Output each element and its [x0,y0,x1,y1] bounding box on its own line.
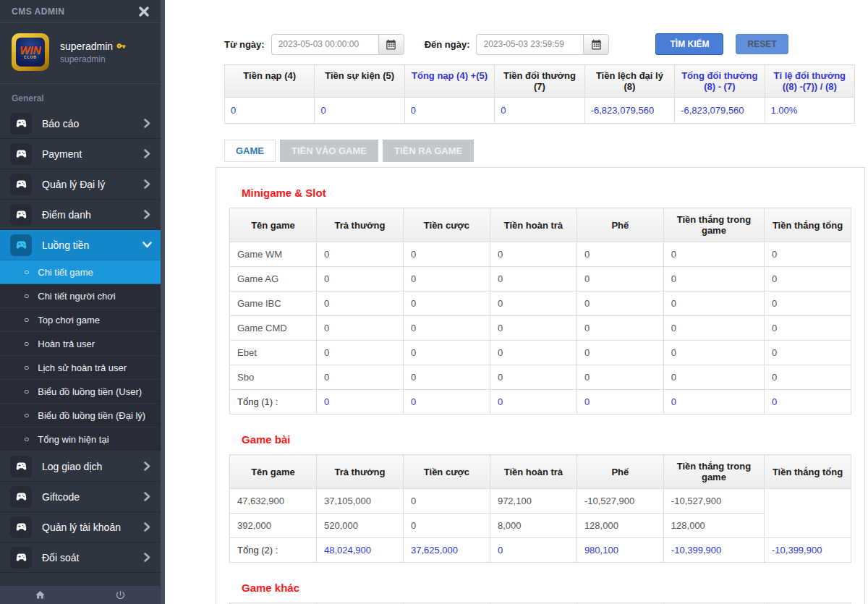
table-cell [765,489,851,538]
summary-value-cell: 0 [404,98,494,124]
submenu-item-label: Biểu đồ luồng tiền (User) [38,386,142,397]
table-header-cell: Tên game [230,208,317,242]
total-value-cell: 0 [490,390,576,414]
summary-value-cell: -6,823,079,560 [675,98,765,124]
sidebar-item-quan-ly-dai-ly[interactable]: Quản lý Đại lý [0,169,161,200]
table-cell: 0 [316,242,403,267]
table-cell: 128,000 [663,514,764,538]
section-title: Game khác [242,582,851,594]
sidebar-item-doi-soat[interactable]: Đối soát [0,543,161,573]
summary-value-cell: 0 [225,98,315,124]
total-value-cell: 0 [316,390,403,414]
table-cell: 0 [576,292,663,316]
sidebar-item-label: Payment [42,148,82,160]
table-cell: 520,000 [316,514,403,538]
total-value-cell: 0 [403,390,490,414]
to-calendar-button[interactable] [583,34,609,55]
section-label: General [0,83,161,109]
table-cell: 0 [576,365,663,390]
power-button[interactable] [80,590,161,600]
sidebar-item-luong-tien[interactable]: Luồng tiền [0,230,161,260]
total-value-cell: 980,100 [576,538,663,563]
total-row: Tổng (2) :48,024,90037,625,0000980,100-1… [230,538,851,563]
table-cell: 0 [663,316,764,341]
user-role: superadmin [60,54,126,64]
table-cell: 0 [403,242,490,267]
total-value-cell: 0 [490,538,576,563]
circle-icon: ○ [24,315,29,324]
tab-tien-vao-game[interactable]: TIỀN VÀO GAME [280,140,378,162]
to-date-input[interactable] [476,34,583,55]
search-button[interactable]: TÌM KIẾM [655,33,723,55]
game-section-1: Minigame & SlotTên gameTrả thưởngTiền cư… [229,187,851,414]
from-calendar-button[interactable] [378,34,404,55]
table-cell: 0 [403,514,490,538]
submenu-item-label: Lịch sử hoàn trả user [38,362,127,373]
submenu-item-label: Top chơi game [38,315,100,326]
table-cell: 0 [663,292,764,316]
summary-value-cell: 0 [495,98,584,124]
table-header-cell: Phế [576,455,663,489]
avatar-logo: WIN CLUB [16,38,45,67]
total-value-cell: 48,024,900 [316,538,403,563]
tab-game[interactable]: GAME [224,140,276,162]
reset-button[interactable]: RESET [736,34,788,54]
table-cell: 0 [403,316,490,341]
table-cell: 0 [490,365,576,390]
sidebar-item-log-giao-dich[interactable]: Log giao dịch [0,451,161,482]
avatar-text: WIN [20,45,41,55]
submenu-item-top-choi-game[interactable]: ○Top chơi game [0,308,161,332]
submenu-item-chi-tiet-nguoi-choi[interactable]: ○Chi tiết người chơi [0,284,161,308]
submenu-item-tong-win-hien-tai[interactable]: ○Tổng win hiện tại [0,428,161,451]
table-header-cell: Tiền thắng trong game [663,208,764,242]
table-row: Sbo000000 [230,365,851,390]
table-row: Game AG000000 [230,267,851,292]
summary-values-row: 0000-6,823,079,560-6,823,079,5601.00% [225,98,855,124]
gamepad-icon [10,516,32,538]
sidebar-item-payment[interactable]: Payment [0,139,161,169]
total-label-cell: Tổng (2) : [230,538,317,563]
sidebar-footer [0,585,161,604]
gamepad-icon [10,143,32,165]
table-cell: 0 [316,292,403,316]
tab-tien-ra-game[interactable]: TIỀN RA GAME [383,140,474,162]
gamepad-icon [10,174,32,195]
table-row: Game WM000000 [230,242,851,267]
table-cell: 0 [403,365,490,390]
avatar-subtext: CLUB [24,55,37,59]
table-cell: 0 [576,267,663,292]
table-header-cell: Trả thưởng [316,208,403,242]
summary-header-cell: Tiền đổi thưởng (7) [495,65,584,98]
total-value-cell: -10,399,900 [663,538,764,563]
submenu-item-bieu-do-luong-tien-user[interactable]: ○Biểu đồ luồng tiền (User) [0,380,161,404]
key-icon [116,41,126,51]
chevron-right-icon [144,119,150,128]
summary-header-cell: Tiền lệch đại lý (8) [584,65,674,98]
table-cell: 0 [576,341,663,365]
submenu-item-hoan-tra-user[interactable]: ○Hoàn trả user [0,332,161,356]
calendar-icon [386,39,396,50]
summary-header-cell: Tỉ lệ đổi thưởng ((8) -(7)) / (8) [765,65,854,98]
table-row: Ebet000000 [230,341,851,365]
table-cell: 0 [316,316,403,341]
sidebar-item-quan-ly-tai-khoan[interactable]: Quản lý tài khoản [0,512,161,543]
table-cell: Game WM [230,242,317,267]
home-button[interactable] [0,590,80,600]
table-cell: 128,000 [576,514,663,538]
table-cell: Game CMD [230,316,317,341]
sidebar-item-giftcode[interactable]: Giftcode [0,482,161,512]
game-table: Tên gameTrả thưởngTiền cượcTiền hoàn trả… [229,454,851,563]
table-header-cell: Tiền thắng tổng [765,455,851,489]
table-header-cell: Tiền cược [403,208,490,242]
sidebar-item-bao-cao[interactable]: Báo cáo [0,109,161,139]
submenu-item-lich-su-hoan-tra-user[interactable]: ○Lịch sử hoàn trả user [0,356,161,380]
submenu-item-bieu-do-luong-tien-dai-ly[interactable]: ○Biểu đồ luồng tiền (Đại lý) [0,404,161,428]
submenu-item-chi-tiet-game[interactable]: ○Chi tiết game [0,260,161,284]
close-icon[interactable] [139,7,149,17]
sidebar-item-diem-danh[interactable]: Điểm danh [0,200,161,230]
from-date-input[interactable] [271,34,378,55]
table-cell: 0 [576,242,663,267]
table-cell: 0 [663,341,764,365]
table-cell: 0 [490,242,576,267]
main-content: Từ ngày: Đến ngày: TÌM KIẾM RESET Tiền n… [165,0,868,604]
